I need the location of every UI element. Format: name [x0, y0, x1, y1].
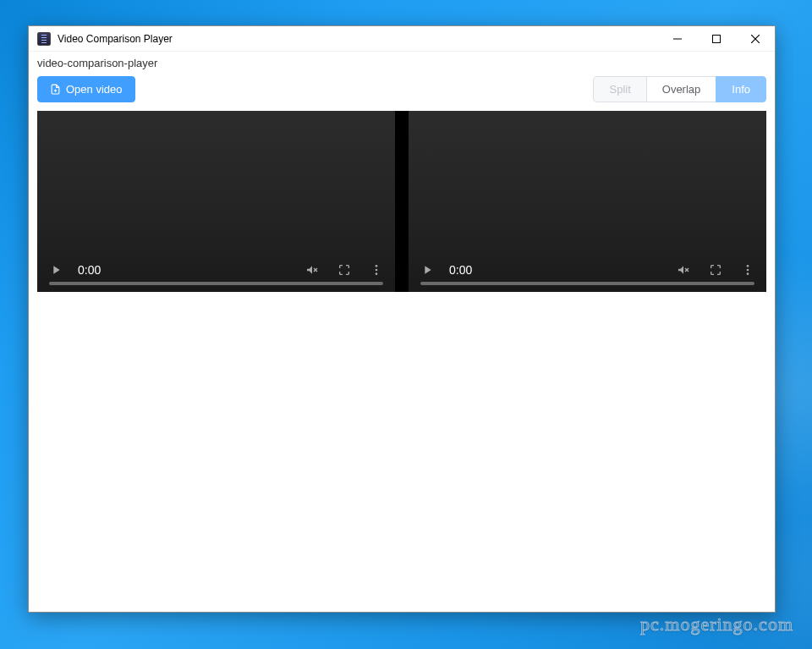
- app-window: Video Comparison Player video-comparison…: [28, 25, 776, 613]
- open-video-button[interactable]: Open video: [37, 76, 135, 102]
- window-controls: [658, 26, 775, 51]
- view-mode-group: Split Overlap Info: [593, 76, 766, 102]
- volume-muted-icon[interactable]: [305, 263, 319, 277]
- open-video-label: Open video: [66, 83, 123, 96]
- video-canvas-left[interactable]: [37, 111, 395, 248]
- svg-point-6: [376, 265, 378, 267]
- volume-muted-icon[interactable]: [677, 263, 690, 277]
- svg-point-7: [376, 269, 378, 272]
- close-icon: [751, 35, 760, 43]
- minimize-icon: [673, 35, 682, 43]
- fullscreen-icon[interactable]: [337, 263, 351, 277]
- play-icon[interactable]: [420, 263, 434, 277]
- file-plus-icon: [50, 84, 61, 95]
- svg-point-13: [747, 272, 749, 275]
- video-player-left[interactable]: 0:00: [37, 111, 395, 292]
- video-canvas-right[interactable]: [409, 111, 766, 248]
- svg-point-12: [747, 269, 749, 272]
- minimize-button[interactable]: [658, 26, 697, 51]
- video-player-right[interactable]: 0:00: [409, 111, 766, 292]
- time-display-right: 0:00: [449, 263, 472, 277]
- time-display-left: 0:00: [78, 263, 101, 277]
- tab-split[interactable]: Split: [593, 76, 646, 102]
- more-options-icon[interactable]: [741, 263, 754, 277]
- progress-bar-right[interactable]: [420, 282, 754, 285]
- more-options-icon[interactable]: [370, 263, 383, 277]
- svg-rect-0: [673, 38, 682, 39]
- tab-overlap[interactable]: Overlap: [646, 76, 717, 102]
- svg-rect-1: [713, 35, 721, 42]
- video-compare-area: 0:00: [37, 111, 766, 292]
- maximize-button[interactable]: [697, 26, 736, 51]
- progress-bar-left[interactable]: [49, 282, 383, 285]
- svg-point-8: [376, 272, 378, 275]
- toolbar: Open video Split Overlap Info: [29, 76, 775, 111]
- video-controls-right: 0:00: [409, 248, 766, 292]
- app-icon: [37, 32, 51, 46]
- video-controls-left: 0:00: [37, 248, 395, 292]
- maximize-icon: [712, 35, 721, 43]
- fullscreen-icon[interactable]: [709, 263, 722, 277]
- titlebar[interactable]: Video Comparison Player: [29, 26, 775, 52]
- tab-info[interactable]: Info: [716, 76, 766, 102]
- svg-point-11: [747, 265, 749, 267]
- window-title: Video Comparison Player: [58, 33, 658, 45]
- desktop-background: Video Comparison Player video-comparison…: [0, 0, 812, 649]
- watermark-text: pc.mogeringo.com: [640, 613, 793, 635]
- page-subtitle: video-comparison-player: [29, 52, 775, 76]
- play-icon[interactable]: [49, 263, 63, 277]
- close-button[interactable]: [736, 26, 775, 51]
